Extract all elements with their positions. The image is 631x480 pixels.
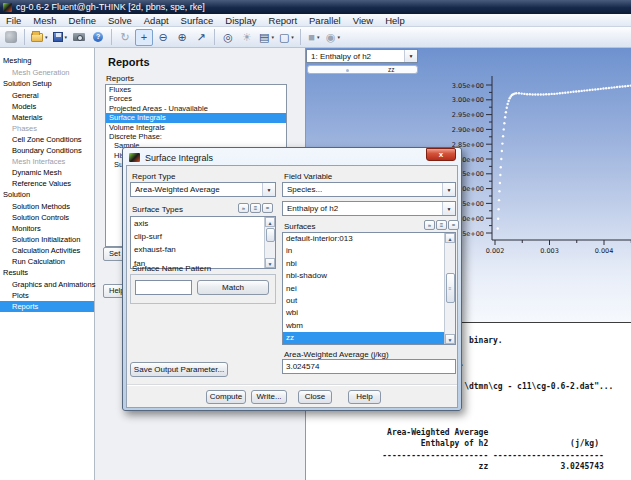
zoom-area-button[interactable]: ◎ bbox=[219, 29, 237, 46]
menu-item-view[interactable]: View bbox=[347, 14, 379, 26]
scroll-up-icon[interactable]: ▲ bbox=[265, 217, 275, 227]
headlight-button[interactable]: ◉▾ bbox=[324, 29, 342, 46]
menu-item-surface[interactable]: Surface bbox=[175, 14, 220, 26]
surface-wbm[interactable]: wbm bbox=[283, 320, 455, 332]
dialog-button-help[interactable]: Help bbox=[348, 390, 381, 404]
surface-nbi[interactable]: nbi bbox=[283, 258, 455, 270]
camera-icon bbox=[73, 33, 85, 41]
report-item-forces[interactable]: Forces bbox=[106, 94, 286, 103]
display-options-button[interactable]: ▢▾ bbox=[277, 29, 296, 46]
menu-item-display[interactable]: Display bbox=[219, 14, 262, 26]
dialog-button-close[interactable]: Close bbox=[298, 390, 332, 404]
nav-item-dynamic-mesh[interactable]: Dynamic Mesh bbox=[0, 167, 94, 178]
report-item-discrete-phase[interactable]: Discrete Phase: bbox=[106, 132, 286, 141]
match-button[interactable]: Match bbox=[197, 280, 269, 295]
nav-item-cell-zone-conditions[interactable]: Cell Zone Conditions bbox=[0, 134, 94, 145]
nav-item-monitors[interactable]: Monitors bbox=[0, 223, 94, 234]
pattern-filter-icon[interactable]: » bbox=[238, 203, 249, 213]
dialog-button-write[interactable]: Write... bbox=[251, 390, 287, 404]
title-bar[interactable]: cg-0.6-2 Fluent@gh-THINK [2d, pbns, spe,… bbox=[0, 0, 631, 14]
menu-item-report[interactable]: Report bbox=[263, 14, 304, 26]
menu-item-define[interactable]: Define bbox=[63, 14, 102, 26]
report-type-dropdown[interactable]: Area-Weighted Average ▼ bbox=[130, 182, 276, 197]
surface-name-pattern-input[interactable] bbox=[135, 280, 192, 295]
nav-item-materials[interactable]: Materials bbox=[0, 112, 94, 123]
zoom-in-button[interactable]: ⊕ bbox=[173, 29, 191, 46]
select-all-icon[interactable]: ≡ bbox=[436, 220, 447, 230]
surfaces-listbox[interactable]: default-interior:013innbinbi-shadowneiou… bbox=[282, 232, 456, 345]
report-item-volume-integrals[interactable]: Volume Integrals bbox=[106, 123, 286, 132]
dialog-close-button[interactable]: x bbox=[426, 148, 456, 161]
nav-item-run-calculation[interactable]: Run Calculation bbox=[0, 256, 94, 267]
surface-nbi-shadow[interactable]: nbi-shadow bbox=[283, 270, 455, 282]
floppy-icon bbox=[53, 32, 63, 42]
report-item-projected-areas-unavailable[interactable]: Projected Areas - Unavailable bbox=[106, 104, 286, 113]
help-button[interactable]: ? bbox=[89, 29, 107, 46]
scroll-up-icon[interactable]: ▲ bbox=[445, 233, 455, 243]
scrollbar-thumb[interactable] bbox=[266, 228, 275, 242]
plot-selector-dropdown[interactable]: 1: Enthalpy of h2 ▼ bbox=[306, 49, 418, 63]
nav-item-general[interactable]: General bbox=[0, 90, 94, 101]
scroll-down-icon[interactable]: ▼ bbox=[445, 334, 455, 344]
views-button[interactable]: ▤▾ bbox=[257, 29, 276, 46]
surface-zz[interactable]: zz bbox=[283, 332, 455, 344]
lights-button[interactable]: ☀ bbox=[238, 29, 256, 46]
rotate-view-button[interactable]: ↻ bbox=[116, 29, 134, 46]
deselect-all-icon[interactable]: = bbox=[262, 203, 273, 213]
open-file-button[interactable]: ▾ bbox=[29, 29, 50, 46]
nav-item-mesh-interfaces[interactable]: Mesh Interfaces bbox=[0, 156, 94, 167]
menu-item-adapt[interactable]: Adapt bbox=[138, 14, 175, 26]
surface-types-scrollbar[interactable]: ▲ ▼ bbox=[264, 217, 275, 268]
select-all-icon[interactable]: ≡ bbox=[250, 203, 261, 213]
nav-item-solution-controls[interactable]: Solution Controls bbox=[0, 212, 94, 223]
nav-item-calculation-activities[interactable]: Calculation Activities bbox=[0, 245, 94, 256]
pattern-filter-icon[interactable]: » bbox=[424, 220, 435, 230]
report-item-surface-integrals[interactable]: Surface Integrals bbox=[106, 113, 286, 122]
scrollbar-thumb[interactable]: ≡ bbox=[446, 273, 455, 303]
nav-item-reports[interactable]: Reports bbox=[0, 301, 94, 312]
dialog-button-compute[interactable]: Compute bbox=[206, 390, 246, 404]
nav-item-solution-initialization[interactable]: Solution Initialization bbox=[0, 234, 94, 245]
surface-types-listbox[interactable]: axisclip-surfexhaust-fanfan ▲ ▼ bbox=[130, 216, 276, 269]
field-variable-sub-dropdown[interactable]: Enthalpy of h2 ▼ bbox=[282, 201, 456, 216]
save-output-parameter-button[interactable]: Save Output Parameter... bbox=[130, 362, 228, 377]
save-file-button[interactable]: ▾ bbox=[51, 29, 70, 46]
surface-types-label: Surface Types bbox=[132, 205, 183, 214]
nav-item-graphics-and-animations[interactable]: Graphics and Animations bbox=[0, 279, 94, 290]
dialog-title-bar[interactable]: Surface Integrals bbox=[129, 151, 213, 164]
report-item-fluxes[interactable]: Fluxes bbox=[106, 85, 286, 94]
surface-wbi[interactable]: wbi bbox=[283, 307, 455, 319]
field-variable-label: Field Variable bbox=[284, 172, 332, 181]
deselect-all-icon[interactable]: = bbox=[448, 220, 459, 230]
surface-default-interior-013[interactable]: default-interior:013 bbox=[283, 233, 455, 245]
fluent-logo-button[interactable] bbox=[2, 29, 20, 46]
surface-type-clip-surf[interactable]: clip-surf bbox=[131, 230, 275, 243]
surfaces-scrollbar[interactable]: ▲ ≡ ▼ bbox=[444, 233, 455, 344]
menu-item-parallel[interactable]: Parallel bbox=[303, 14, 347, 26]
probe-button[interactable]: ↗ bbox=[192, 29, 210, 46]
surface-out[interactable]: out bbox=[283, 295, 455, 307]
surface-nei[interactable]: nei bbox=[283, 283, 455, 295]
nav-item-boundary-conditions[interactable]: Boundary Conditions bbox=[0, 145, 94, 156]
surface-type-axis[interactable]: axis bbox=[131, 217, 275, 230]
surfaces-label: Surfaces bbox=[284, 222, 316, 231]
menu-item-mesh[interactable]: Mesh bbox=[27, 14, 62, 26]
scroll-down-icon[interactable]: ▼ bbox=[265, 258, 275, 268]
menu-item-file[interactable]: File bbox=[0, 14, 27, 26]
nav-item-mesh-generation[interactable]: Mesh Generation bbox=[0, 67, 94, 78]
nav-item-plots[interactable]: Plots bbox=[0, 290, 94, 301]
toolbar-separator bbox=[111, 29, 112, 45]
surface-type-exhaust-fan[interactable]: exhaust-fan bbox=[131, 243, 275, 256]
nav-item-solution-methods[interactable]: Solution Methods bbox=[0, 201, 94, 212]
surface-in[interactable]: in bbox=[283, 245, 455, 257]
shading-button[interactable]: ■▾ bbox=[305, 29, 323, 46]
menu-item-solve[interactable]: Solve bbox=[102, 14, 138, 26]
pan-button[interactable]: + bbox=[135, 29, 153, 46]
nav-item-phases[interactable]: Phases bbox=[0, 123, 94, 134]
snapshot-button[interactable] bbox=[70, 29, 88, 46]
nav-item-reference-values[interactable]: Reference Values bbox=[0, 178, 94, 189]
zoom-out-button[interactable]: ⊖ bbox=[154, 29, 172, 46]
nav-item-models[interactable]: Models bbox=[0, 101, 94, 112]
menu-item-help[interactable]: Help bbox=[379, 14, 411, 26]
field-variable-dropdown[interactable]: Species... ▼ bbox=[282, 182, 456, 197]
